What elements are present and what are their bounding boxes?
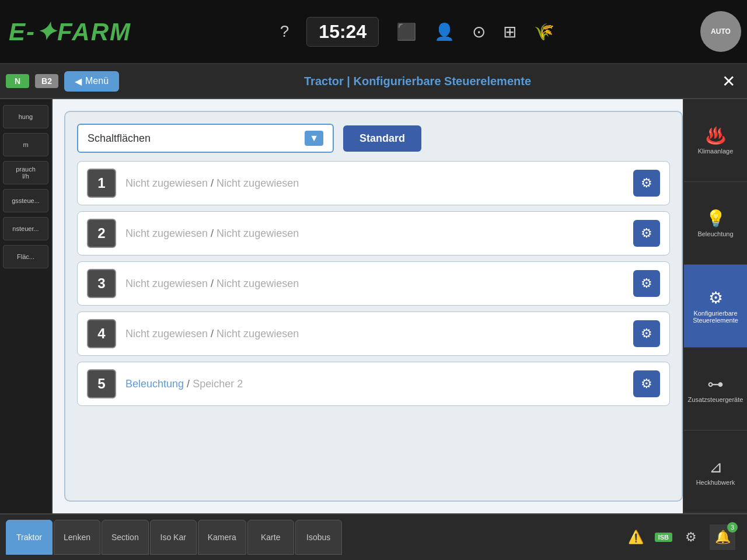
button-row-3[interactable]: 3 Nicht zugewiesen / Nicht zugewiesen ⚙ (77, 261, 670, 306)
button-row-2[interactable]: 2 Nicht zugewiesen / Nicht zugewiesen ⚙ (77, 211, 670, 256)
button-label-2: Nicht zugewiesen / Nicht zugewiesen (125, 228, 624, 240)
button-number-4: 4 (87, 319, 116, 348)
help-icon[interactable]: ? (280, 22, 289, 41)
menu-button[interactable]: ◀ Menü (64, 71, 119, 92)
button-number-5: 5 (87, 369, 116, 398)
tab-traktor[interactable]: Traktor (6, 520, 53, 555)
gear-button-4[interactable]: ⚙ (633, 320, 660, 347)
user-icon[interactable]: 👤 (434, 22, 455, 41)
top-controls: Schaltflächen ▼ Standard (77, 124, 670, 153)
left-sidebar: hung m prauchl/h gssteue... nsteuer... F… (0, 99, 53, 513)
zusatz-label: Zusatzsteuergeräte (688, 396, 743, 403)
notification-count: 3 (727, 522, 738, 533)
sidebar-item-nsteuer[interactable]: nsteuer... (3, 217, 48, 240)
standard-button[interactable]: Standard (343, 125, 421, 152)
settings-icon-btn[interactable]: ⚙ (678, 524, 704, 550)
label5-part1: Beleuchtung (125, 378, 184, 390)
schaltflachen-dropdown[interactable]: Schaltflächen ▼ (77, 124, 334, 153)
label2-sep: / (211, 228, 217, 239)
button-number-1: 1 (87, 169, 116, 198)
gear-button-5[interactable]: ⚙ (633, 370, 660, 397)
tab-isokar[interactable]: Iso Kar (150, 520, 197, 555)
label4-part1: Nicht zugewiesen (125, 328, 208, 340)
heckhubwerk-icon: ⊿ (709, 457, 722, 477)
notification-button[interactable]: 🔔 3 (710, 524, 735, 550)
gear-button-1[interactable]: ⚙ (633, 170, 660, 197)
sidebar-item-gssteue[interactable]: gssteue... (3, 189, 48, 212)
label3-sep: / (211, 278, 217, 289)
top-right: AUTO (700, 11, 741, 52)
b2-badge: B2 (35, 74, 58, 88)
sidebar-item-hung[interactable]: hung (3, 105, 48, 128)
label4-sep: / (211, 328, 217, 340)
konfigurierbare-icon: ⚙ (708, 288, 723, 307)
zusatz-icon: ⊶ (707, 374, 724, 394)
grid-icon[interactable]: ⊞ (503, 22, 516, 41)
label1-sep: / (211, 177, 217, 189)
konfigurierbare-label: Konfigurierbare Steuerelemente (686, 310, 745, 324)
label1-part2: Nicht zugewiesen (217, 177, 299, 189)
gear-button-3[interactable]: ⚙ (633, 270, 660, 297)
close-button[interactable]: ✕ (716, 69, 741, 93)
button-row-4[interactable]: 4 Nicht zugewiesen / Nicht zugewiesen ⚙ (77, 312, 670, 356)
main-content: Schaltflächen ▼ Standard 1 Nicht zugewie… (53, 99, 694, 513)
nav-bar: N B2 ◀ Menü Tractor | Konfigurierbare St… (0, 64, 747, 99)
logo: E-✦FARM (6, 8, 134, 55)
bottom-bar: Traktor Lenken Section Iso Kar Kamera Ka… (0, 513, 747, 560)
heckhubwerk-label: Heckhubwerk (696, 479, 735, 486)
sidebar-item-verbrauch[interactable]: prauchl/h (3, 161, 48, 184)
isb-badge: ISB (655, 533, 672, 542)
klimaanlage-label: Klimaanlage (698, 148, 734, 155)
top-bar: E-✦FARM ? 15:24 ⬛ 👤 ⊙ ⊞ 🌾 AUTO (0, 0, 747, 64)
right-sidebar: ♨️ Klimaanlage 💡 Beleuchtung ⚙ Konfiguri… (683, 99, 747, 513)
bottom-icons: ⚠️ ISB ⚙ 🔔 3 (623, 524, 741, 550)
beleuchtung-icon: 💡 (706, 209, 726, 228)
tab-kamera[interactable]: Kamera (198, 520, 246, 555)
sidebar-item-flac[interactable]: Fläc... (3, 245, 48, 268)
dropdown-arrow-icon: ▼ (305, 131, 323, 146)
time-display: 15:24 (306, 17, 379, 47)
label3-part1: Nicht zugewiesen (125, 278, 208, 289)
tab-isobus[interactable]: Isobus (295, 520, 342, 555)
right-item-beleuchtung[interactable]: 💡 Beleuchtung (684, 182, 747, 265)
beleuchtung-label: Beleuchtung (697, 230, 733, 237)
klimaanlage-icon: ♨️ (706, 126, 726, 145)
button-rows: 1 Nicht zugewiesen / Nicht zugewiesen ⚙ … (77, 161, 670, 489)
tab-lenken[interactable]: Lenken (54, 520, 100, 555)
button-number-2: 2 (87, 219, 116, 248)
nav-title: Tractor | Konfigurierbare Steuerelemente (125, 75, 710, 88)
dialog-panel: Schaltflächen ▼ Standard 1 Nicht zugewie… (64, 111, 683, 502)
record-icon: ⬛ (396, 22, 417, 41)
label3-part2: Nicht zugewiesen (217, 278, 299, 289)
menu-label: Menü (85, 76, 109, 86)
label5-part2: Speicher 2 (193, 378, 243, 390)
button-label-1: Nicht zugewiesen / Nicht zugewiesen (125, 177, 624, 190)
label2-part2: Nicht zugewiesen (217, 228, 299, 239)
button-label-5: Beleuchtung / Speicher 2 (125, 378, 624, 390)
n-badge: N (6, 74, 29, 88)
button-label-4: Nicht zugewiesen / Nicht zugewiesen (125, 328, 624, 340)
tab-karte[interactable]: Karte (247, 520, 294, 555)
tractor-icon[interactable]: 🌾 (534, 22, 554, 41)
back-arrow-icon: ◀ (75, 76, 82, 87)
label2-part1: Nicht zugewiesen (125, 228, 208, 239)
right-item-zusatz[interactable]: ⊶ Zusatzsteuergeräte (684, 348, 747, 430)
speed-icon[interactable]: ⊙ (472, 22, 486, 41)
dropdown-value: Schaltflächen (88, 132, 151, 145)
button-row-5[interactable]: 5 Beleuchtung / Speicher 2 ⚙ (77, 362, 670, 406)
top-center: ? 15:24 ⬛ 👤 ⊙ ⊞ 🌾 (134, 17, 700, 47)
sidebar-item-m[interactable]: m (3, 133, 48, 156)
logo-text: E-✦FARM (9, 18, 131, 46)
auto-button[interactable]: AUTO (700, 11, 741, 52)
gear-button-2[interactable]: ⚙ (633, 220, 660, 247)
tab-section[interactable]: Section (102, 520, 149, 555)
right-item-klimaanlage[interactable]: ♨️ Klimaanlage (684, 99, 747, 182)
label4-part2: Nicht zugewiesen (217, 328, 299, 340)
right-item-konfigurierbare[interactable]: ⚙ Konfigurierbare Steuerelemente (684, 265, 747, 348)
label5-sep: / (187, 378, 193, 390)
label1-part1: Nicht zugewiesen (125, 177, 208, 189)
button-row-1[interactable]: 1 Nicht zugewiesen / Nicht zugewiesen ⚙ (77, 161, 670, 205)
right-item-heckhubwerk[interactable]: ⊿ Heckhubwerk (684, 430, 747, 513)
warning-icon-btn[interactable]: ⚠️ (623, 524, 649, 550)
button-label-3: Nicht zugewiesen / Nicht zugewiesen (125, 278, 624, 290)
